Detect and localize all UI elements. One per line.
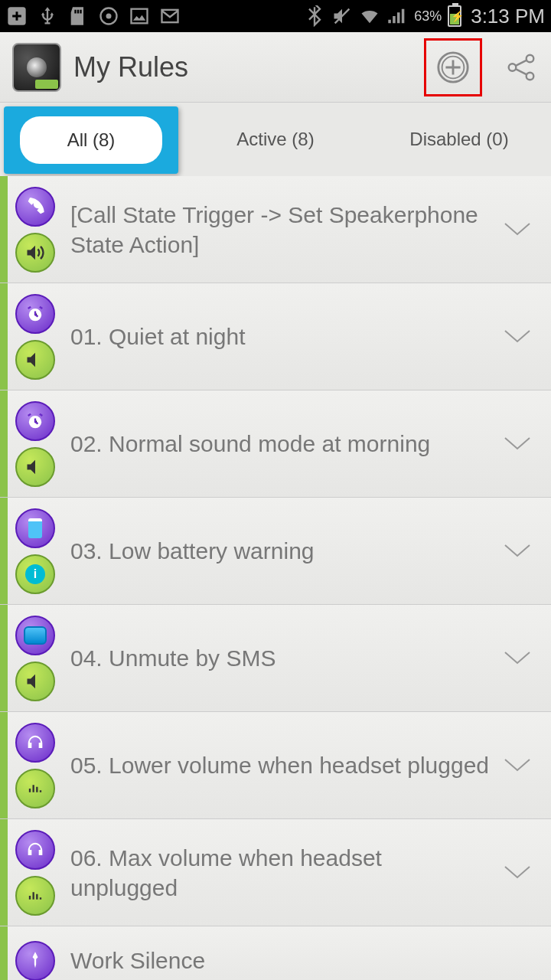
app-logo-icon[interactable]	[12, 43, 61, 92]
sound-action-icon	[15, 447, 55, 487]
active-indicator	[0, 390, 8, 497]
expand-icon[interactable]	[499, 758, 536, 773]
active-indicator	[0, 712, 8, 818]
active-indicator	[0, 926, 8, 980]
bluetooth-icon	[304, 5, 325, 27]
rule-title: 06. Max volume when headset unplugged	[64, 834, 499, 912]
expand-icon[interactable]	[499, 222, 536, 237]
app-bar: My Rules	[0, 32, 551, 103]
rule-item[interactable]: [Call State Trigger -> Set Speakerphone …	[0, 176, 551, 283]
rule-title: Work Silence	[64, 936, 536, 980]
add-rule-button[interactable]	[435, 50, 471, 85]
call-trigger-icon	[15, 187, 55, 227]
active-indicator	[0, 819, 8, 926]
add-rule-highlight	[424, 38, 482, 96]
rule-item[interactable]: 02. Normal sound mode at morning	[0, 390, 551, 498]
clock: 3:13 PM	[471, 5, 545, 28]
notification-add-icon	[6, 5, 28, 27]
clock-trigger-icon	[15, 401, 55, 441]
rule-item[interactable]: 06. Max volume when headset unplugged	[0, 819, 551, 926]
battery-trigger-icon	[15, 508, 55, 548]
status-bar: 63% ⚡ 3:13 PM	[0, 0, 551, 32]
expand-icon[interactable]	[499, 865, 536, 880]
mute-action-icon	[15, 340, 55, 380]
pin-trigger-icon	[15, 941, 55, 981]
rule-title: 03. Low battery warning	[64, 527, 499, 575]
svg-point-8	[527, 54, 534, 62]
target-icon	[98, 5, 119, 27]
tab-bar: Active (8) Disabled (0) All (8)	[0, 103, 551, 176]
speaker-action-icon	[15, 233, 55, 273]
active-indicator	[0, 283, 8, 390]
volume-action-icon	[15, 769, 55, 808]
svg-point-9	[509, 64, 517, 71]
image-icon	[129, 5, 150, 27]
rule-title: 01. Quiet at night	[64, 312, 499, 361]
sms-trigger-icon	[15, 616, 55, 655]
tab-disabled[interactable]: Disabled (0)	[367, 110, 551, 168]
rules-list: [Call State Trigger -> Set Speakerphone …	[0, 176, 551, 980]
sound-action-icon	[15, 662, 55, 701]
rule-title: 04. Unmute by SMS	[64, 634, 499, 682]
battery-icon: ⚡	[448, 5, 461, 27]
active-indicator	[0, 605, 8, 711]
wifi-icon	[359, 5, 380, 27]
rule-title: 05. Lower volume when headset plugged	[64, 741, 499, 789]
volume-action-icon	[15, 876, 55, 916]
tab-active[interactable]: Active (8)	[184, 110, 367, 168]
expand-icon[interactable]	[499, 651, 536, 666]
rule-item[interactable]: 05. Lower volume when headset plugged	[0, 712, 551, 819]
svg-rect-3	[132, 9, 148, 24]
active-indicator	[0, 498, 8, 604]
info-action-icon: i	[15, 554, 55, 594]
rule-title: [Call State Trigger -> Set Speakerphone …	[64, 191, 499, 269]
gmail-icon	[159, 5, 181, 27]
rule-item[interactable]: 01. Quiet at night	[0, 283, 551, 390]
active-indicator	[0, 176, 8, 283]
rule-title: 02. Normal sound mode at morning	[64, 420, 499, 468]
headset-trigger-icon	[15, 830, 55, 870]
tab-all-label[interactable]: All (8)	[20, 116, 162, 164]
sd-card-icon	[67, 5, 89, 27]
expand-icon[interactable]	[499, 329, 536, 345]
mute-icon	[331, 5, 353, 27]
svg-point-2	[106, 14, 112, 19]
rule-item[interactable]: 04. Unmute by SMS	[0, 605, 551, 712]
rule-item[interactable]: i 03. Low battery warning	[0, 498, 551, 605]
svg-point-10	[527, 72, 534, 80]
headset-trigger-icon	[15, 723, 55, 763]
clock-trigger-icon	[15, 294, 55, 334]
expand-icon[interactable]	[499, 436, 536, 452]
expand-icon[interactable]	[499, 544, 536, 559]
share-button[interactable]	[504, 50, 539, 85]
battery-percent: 63%	[414, 8, 442, 24]
rule-item[interactable]: Work Silence	[0, 926, 551, 980]
tab-active-indicator: All (8)	[4, 106, 178, 174]
signal-icon	[386, 5, 408, 27]
page-title: My Rules	[73, 51, 412, 83]
usb-icon	[37, 5, 58, 27]
